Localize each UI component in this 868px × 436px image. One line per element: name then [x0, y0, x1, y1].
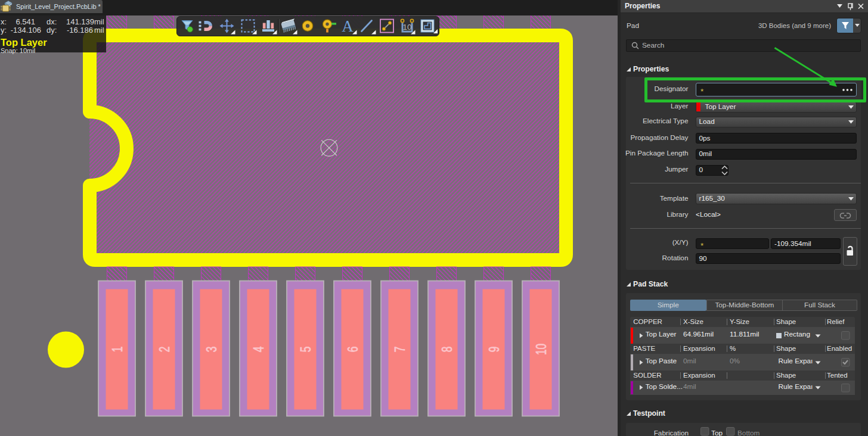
- svg-text:4: 4: [250, 346, 266, 352]
- svg-text:9: 9: [486, 347, 501, 353]
- svg-text:A: A: [342, 17, 354, 35]
- svg-text:1: 1: [109, 347, 125, 353]
- svg-text:3: 3: [203, 347, 219, 353]
- svg-text:10: 10: [533, 344, 548, 355]
- svg-text:5: 5: [297, 347, 313, 353]
- svg-text:2: 2: [156, 347, 172, 353]
- svg-text:10: 10: [402, 23, 411, 32]
- svg-text:7: 7: [392, 347, 407, 353]
- svg-text:6: 6: [345, 347, 360, 353]
- svg-text:8: 8: [439, 347, 454, 353]
